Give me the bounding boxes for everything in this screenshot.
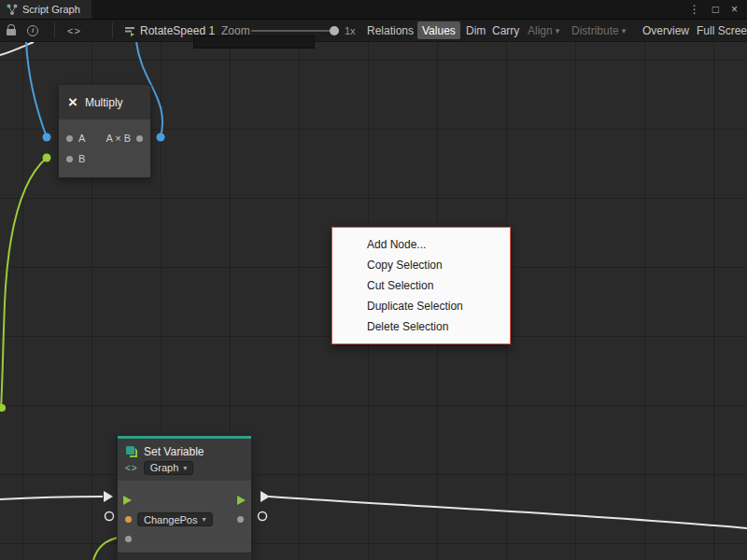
zoom-slider-knob[interactable] bbox=[330, 26, 339, 35]
chevron-down-icon: ▾ bbox=[622, 26, 627, 35]
port-label-a: A bbox=[78, 133, 85, 144]
node-set-variable-header[interactable]: Set Variable <> Graph ▾ bbox=[118, 439, 251, 481]
graph-asset-icon bbox=[124, 25, 135, 36]
wire-endpoint-green bbox=[0, 404, 6, 412]
chevron-down-icon: ▾ bbox=[183, 464, 187, 472]
graph-kind-icon: <> bbox=[125, 463, 138, 473]
node-multiply-body: A A × B B bbox=[59, 119, 150, 177]
zoom-value: 1x bbox=[345, 20, 356, 41]
flow-port-row bbox=[118, 490, 251, 510]
port-row-a: A A × B bbox=[59, 128, 150, 148]
value-input-row bbox=[118, 529, 251, 549]
wire-endpoint-green bbox=[43, 154, 51, 162]
chevron-down-icon: ▾ bbox=[556, 26, 560, 35]
window-titlebar: Script Graph ⋮ □ × bbox=[0, 0, 747, 19]
menu-item-duplicate-selection[interactable]: Duplicate Selection bbox=[332, 296, 510, 316]
port-label-out: A × B bbox=[106, 133, 131, 144]
wire-green-left bbox=[1, 158, 47, 410]
node-title: Multiply bbox=[85, 96, 123, 109]
tab-script-graph[interactable]: Script Graph bbox=[0, 0, 92, 19]
node-title: Set Variable bbox=[144, 445, 204, 458]
wire-endpoint-blue bbox=[157, 133, 165, 142]
node-footer bbox=[118, 553, 251, 560]
graph-toolbar: i <> RotateSpeed 1 Zoom 1x Relations Val… bbox=[0, 19, 747, 42]
open-port-circle[interactable] bbox=[106, 512, 114, 521]
port-row-b: B bbox=[59, 148, 150, 169]
info-icon[interactable]: i bbox=[27, 20, 38, 41]
menu-item-copy-selection[interactable]: Copy Selection bbox=[332, 255, 510, 275]
graph-canvas[interactable]: × Multiply A A × B B bbox=[0, 42, 747, 560]
wire-blue-left bbox=[26, 42, 47, 137]
toolbar-separator bbox=[54, 22, 55, 38]
variable-icon bbox=[125, 445, 138, 458]
maximize-icon[interactable]: □ bbox=[712, 0, 719, 19]
menu-item-cut-selection[interactable]: Cut Selection bbox=[332, 275, 510, 296]
multiply-icon: × bbox=[68, 94, 78, 110]
distribute-button[interactable]: Distribute ▾ bbox=[567, 20, 630, 41]
relations-button[interactable]: Relations bbox=[362, 20, 418, 41]
open-port-circle[interactable] bbox=[259, 512, 267, 521]
node-multiply[interactable]: × Multiply A A × B B bbox=[58, 84, 151, 178]
fullscreen-button[interactable]: Full Screen bbox=[692, 20, 747, 41]
align-button[interactable]: Align ▾ bbox=[523, 20, 564, 41]
script-graph-icon bbox=[7, 4, 18, 15]
input-port-b[interactable] bbox=[66, 156, 73, 162]
code-icon[interactable]: <> bbox=[67, 20, 81, 41]
wire-white-topleft bbox=[0, 42, 34, 55]
zoom-slider-track[interactable] bbox=[251, 30, 339, 32]
value-input-port[interactable] bbox=[125, 536, 132, 542]
flow-arrow-out bbox=[261, 491, 270, 502]
output-port-result[interactable] bbox=[136, 135, 143, 142]
carry-button[interactable]: Carry bbox=[487, 20, 524, 41]
chevron-down-icon: ▾ bbox=[203, 515, 206, 524]
wire-endpoint-blue bbox=[43, 133, 51, 142]
menu-icon[interactable]: ⋮ bbox=[689, 0, 700, 19]
tab-title: Script Graph bbox=[22, 4, 80, 15]
menu-item-delete-selection[interactable]: Delete Selection bbox=[332, 316, 510, 337]
flow-arrow-in bbox=[104, 491, 113, 502]
input-port-a[interactable] bbox=[66, 135, 73, 142]
wire-white-flow-out bbox=[269, 497, 747, 528]
values-button[interactable]: Values bbox=[417, 21, 460, 39]
close-icon[interactable]: × bbox=[731, 0, 738, 19]
node-multiply-header[interactable]: × Multiply bbox=[59, 85, 150, 119]
flow-output-port[interactable] bbox=[237, 496, 246, 505]
port-label-b: B bbox=[78, 153, 85, 164]
toolbar-separator bbox=[112, 22, 113, 38]
variable-name-port[interactable] bbox=[125, 516, 132, 523]
flow-input-port[interactable] bbox=[123, 496, 132, 505]
wire-white-flow-in bbox=[0, 497, 103, 499]
lock-icon[interactable] bbox=[7, 20, 16, 41]
variable-name-row: ChangePos ▾ bbox=[118, 510, 251, 529]
context-menu: Add Node... Copy Selection Cut Selection… bbox=[331, 227, 511, 344]
menu-item-add-node[interactable]: Add Node... bbox=[332, 234, 510, 255]
value-output-port[interactable] bbox=[237, 516, 244, 523]
graph-name-field[interactable] bbox=[193, 35, 315, 49]
variable-scope-dropdown[interactable]: Graph ▾ bbox=[144, 461, 194, 475]
dim-button[interactable]: Dim bbox=[461, 20, 490, 41]
node-set-variable[interactable]: Set Variable <> Graph ▾ ChangePos ▾ bbox=[117, 435, 252, 560]
overview-button[interactable]: Overview bbox=[638, 20, 694, 41]
variable-name-dropdown[interactable]: ChangePos ▾ bbox=[137, 512, 213, 526]
window-controls: ⋮ □ × bbox=[689, 0, 747, 19]
node-set-variable-body: ChangePos ▾ bbox=[118, 481, 251, 560]
